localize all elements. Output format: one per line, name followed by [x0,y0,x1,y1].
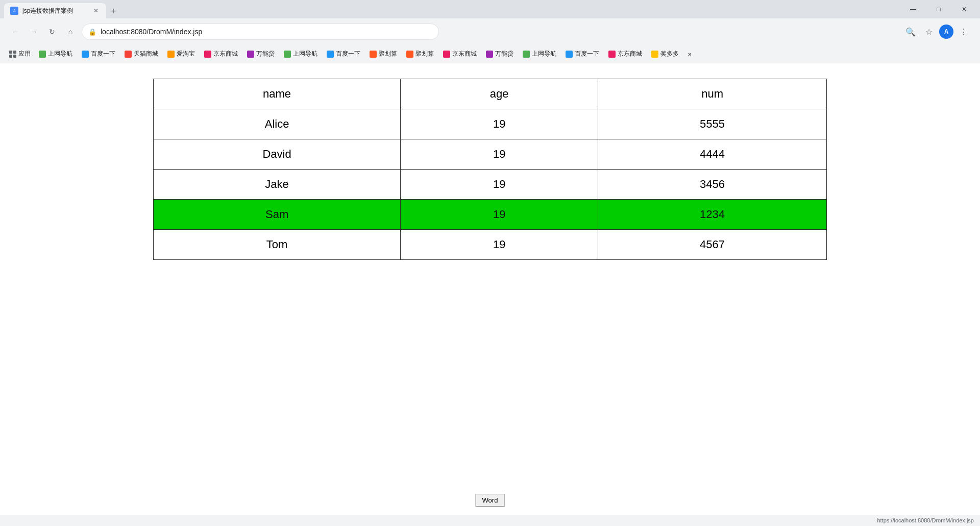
word-button-container: Word [476,494,505,507]
bookmark-label-2: 百度一下 [91,50,115,58]
bookmark-favicon-1 [39,51,46,58]
table-cell-num-3: 1234 [598,200,827,230]
table-cell-name-1: David [154,139,401,170]
bookmark-favicon-15 [608,51,616,58]
svg-rect-15 [651,51,658,58]
bookmark-more-button[interactable]: » [684,49,696,60]
svg-rect-3 [167,51,175,58]
new-tab-button[interactable]: + [106,4,120,18]
bookmark-label-4: 爱淘宝 [177,50,195,58]
bookmark-favicon-12 [486,51,493,58]
menu-icon[interactable]: ⋮ [955,23,972,40]
bookmark-item-12[interactable]: 万能贷 [482,47,518,60]
bookmark-favicon-4 [167,51,175,58]
back-button[interactable]: ← [8,25,22,39]
column-header-age: age [401,79,598,109]
svg-rect-1 [82,51,89,58]
bookmark-item-4[interactable]: 爱淘宝 [163,47,199,60]
svg-rect-4 [204,51,211,58]
bookmark-label-13: 上网导航 [532,50,556,58]
bookmark-item-7[interactable]: 上网导航 [280,47,322,60]
table-row: Tom194567 [154,230,827,260]
bookmark-item-5[interactable]: 京东商城 [200,47,242,60]
addressbar: ← → ↻ ⌂ 🔒 localhost:8080/DromM/index.jsp… [0,18,980,45]
bookmark-favicon-8 [327,51,334,58]
forward-button[interactable]: → [27,25,41,39]
url-text: localhost:8080/DromM/index.jsp [101,28,432,36]
svg-rect-7 [327,51,334,58]
profile-avatar[interactable]: A [939,25,953,39]
table-cell-name-0: Alice [154,109,401,139]
bookmark-item-9[interactable]: 聚划算 [365,47,401,60]
column-header-num: num [598,79,827,109]
svg-rect-9 [406,51,413,58]
tab-close-button[interactable]: ✕ [92,7,100,15]
bookmark-favicon-10 [406,51,413,58]
bookmark-label-6: 万能贷 [256,50,275,58]
svg-rect-11 [486,51,493,58]
bookmark-favicon-6 [247,51,254,58]
statusbar-url: https://localhost:8080/DromM/index.jsp [877,517,974,523]
svg-rect-5 [247,51,254,58]
word-button[interactable]: Word [476,494,505,507]
bookmark-favicon-11 [443,51,450,58]
bookmark-favicon-9 [370,51,377,58]
url-bar[interactable]: 🔒 localhost:8080/DromM/index.jsp [82,23,439,40]
table-cell-age-1: 19 [401,139,598,170]
bookmark-label-10: 聚划算 [415,50,434,58]
bookmark-favicon-13 [523,51,530,58]
bookmark-label-1: 上网导航 [48,50,72,58]
titlebar: J jsp连接数据库案例 ✕ + — □ ✕ [0,0,980,18]
table-cell-num-2: 3456 [598,170,827,200]
apps-label: 应用 [18,50,31,58]
tab-strip: J jsp连接数据库案例 ✕ + [4,0,120,18]
bookmark-item-1[interactable]: 上网导航 [35,47,77,60]
bookmark-item-3[interactable]: 天猫商城 [120,47,162,60]
table-row: Alice195555 [154,109,827,139]
active-tab[interactable]: J jsp连接数据库案例 ✕ [4,3,106,18]
bookmark-item-6[interactable]: 万能贷 [243,47,279,60]
table-cell-age-2: 19 [401,170,598,200]
home-button[interactable]: ⌂ [63,25,78,39]
apps-button[interactable]: 应用 [6,47,34,60]
data-table: name age num Alice195555David194444Jake1… [153,79,827,260]
bookmark-label-3: 天猫商城 [134,50,158,58]
toolbar-icons: 🔍 ☆ A ⋮ [902,23,972,40]
table-cell-age-0: 19 [401,109,598,139]
tab-favicon: J [10,7,18,15]
bookmark-favicon-16 [651,51,658,58]
table-header-row: name age num [154,79,827,109]
bookmark-favicon-14 [566,51,573,58]
bookmark-item-8[interactable]: 百度一下 [323,47,364,60]
page-content: name age num Alice195555David194444Jake1… [0,63,980,515]
table-cell-num-0: 5555 [598,109,827,139]
reload-button[interactable]: ↻ [45,25,59,39]
svg-rect-14 [608,51,616,58]
close-window-button[interactable]: ✕ [952,1,976,17]
search-icon[interactable]: 🔍 [902,23,919,40]
bookmark-more-label: » [688,51,692,58]
bookmark-label-14: 百度一下 [575,50,599,58]
table-cell-name-3: Sam [154,200,401,230]
bookmark-item-13[interactable]: 上网导航 [519,47,560,60]
bookmark-item-2[interactable]: 百度一下 [78,47,119,60]
column-header-name: name [154,79,401,109]
bookmark-item-14[interactable]: 百度一下 [561,47,603,60]
maximize-button[interactable]: □ [927,1,950,17]
bookmark-item-15[interactable]: 京东商城 [604,47,646,60]
table-cell-age-3: 19 [401,200,598,230]
bookmark-item-11[interactable]: 京东商城 [439,47,481,60]
bookmark-item-16[interactable]: 奖多多 [647,47,683,60]
bookmark-item-10[interactable]: 聚划算 [402,47,438,60]
minimize-button[interactable]: — [901,1,925,17]
svg-rect-8 [370,51,377,58]
table-cell-num-1: 4444 [598,139,827,170]
star-icon[interactable]: ☆ [921,23,937,40]
bookmark-favicon-3 [125,51,132,58]
svg-rect-10 [443,51,450,58]
bookmark-label-7: 上网导航 [293,50,317,58]
lock-icon: 🔒 [88,28,96,36]
table-row: Jake193456 [154,170,827,200]
table-cell-name-4: Tom [154,230,401,260]
bookmark-favicon-7 [284,51,291,58]
